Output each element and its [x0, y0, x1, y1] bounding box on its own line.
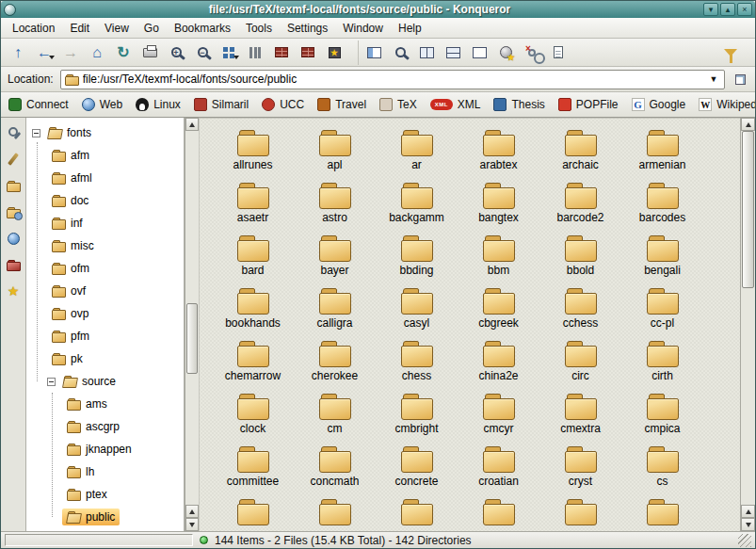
bookmark-thesis[interactable]: Thesis: [493, 98, 544, 111]
menu-edit[interactable]: Edit: [62, 20, 97, 37]
folder-item[interactable]: cmcyr: [458, 393, 539, 445]
reload-button[interactable]: ↻: [111, 40, 136, 65]
sidebar-tab-services[interactable]: [5, 204, 23, 219]
folder-item[interactable]: bbold: [539, 234, 621, 287]
resize-grip[interactable]: [738, 534, 751, 547]
menu-help[interactable]: Help: [391, 20, 429, 37]
folder-item[interactable]: bengali: [621, 234, 703, 287]
folder-item[interactable]: chemarrow: [212, 340, 294, 393]
folder-item[interactable]: barcode2: [539, 182, 621, 234]
folder-item[interactable]: bayer: [294, 234, 376, 287]
tree-item-doc[interactable]: doc: [26, 189, 184, 212]
broken-link-button[interactable]: [520, 40, 544, 65]
zoom-out-button[interactable]: −: [190, 40, 215, 65]
bookmark-connect[interactable]: Connect: [8, 98, 69, 111]
folder-item[interactable]: bookhands: [212, 287, 294, 340]
folder-item[interactable]: cryst: [539, 445, 621, 498]
star-view-button[interactable]: [322, 40, 346, 65]
document-button[interactable]: [546, 40, 571, 65]
tree-scroll-up-button-2[interactable]: [185, 505, 199, 518]
folder-item[interactable]: clock: [212, 393, 294, 445]
main-scrollbar-thumb[interactable]: [742, 131, 754, 288]
minimize-button[interactable]: ▾: [703, 3, 718, 16]
folder-item[interactable]: bbding: [376, 234, 458, 287]
tree-item-afml[interactable]: afml: [26, 167, 184, 189]
folder-item[interactable]: [539, 498, 621, 531]
folder-item[interactable]: concrete: [376, 445, 458, 498]
konqueror-icon[interactable]: [4, 4, 16, 16]
tree-scroll-down-button[interactable]: [185, 518, 199, 531]
home-button[interactable]: ⌂: [85, 40, 109, 65]
main-scroll-down-button[interactable]: [741, 518, 755, 531]
location-dropdown-button[interactable]: ▼: [707, 74, 720, 84]
folder-item[interactable]: barcodes: [621, 182, 703, 234]
folder-item[interactable]: cbgreek: [458, 287, 539, 340]
maximize-button[interactable]: ▴: [720, 3, 735, 16]
tree-item-pfm[interactable]: pfm: [26, 325, 184, 347]
sidebar-tab-tools[interactable]: [5, 125, 23, 140]
folder-item[interactable]: circ: [539, 340, 621, 393]
folder-item[interactable]: astro: [294, 182, 376, 234]
folder-item[interactable]: bard: [212, 234, 294, 287]
tree-item-ofm[interactable]: ofm: [26, 257, 184, 280]
location-input[interactable]: file:/usr/TeX/texmf-local/fonts/source/p…: [60, 70, 725, 89]
tree-item-public[interactable]: public: [26, 506, 184, 528]
folder-item[interactable]: bangtex: [458, 182, 539, 234]
toolbar-extension-button[interactable]: [732, 71, 748, 88]
bookmark-travel[interactable]: Travel: [317, 98, 366, 111]
menu-tools[interactable]: Tools: [238, 20, 280, 37]
sidebar-toggle-button[interactable]: [358, 40, 386, 65]
tree-scrollbar-thumb[interactable]: [186, 303, 198, 374]
find-file-button[interactable]: [388, 40, 412, 65]
folder-item[interactable]: china2e: [458, 340, 539, 393]
bookmark-google[interactable]: GGoogle: [632, 98, 686, 111]
sidebar-tab-notes[interactable]: [5, 152, 23, 167]
sidebar-tab-bookmarks[interactable]: [5, 283, 23, 299]
tree-item-ovp[interactable]: ovp: [26, 302, 184, 325]
folder-item[interactable]: [212, 498, 294, 531]
folder-item[interactable]: archaic: [539, 129, 621, 182]
folder-item[interactable]: committee: [212, 445, 294, 498]
bookmark-wikipedia[interactable]: WWikipedia: [699, 98, 756, 111]
folder-item[interactable]: chess: [376, 340, 458, 393]
menu-location[interactable]: Location: [5, 20, 62, 37]
menu-go[interactable]: Go: [137, 20, 167, 37]
folder-item[interactable]: casyl: [376, 287, 458, 340]
tree-item-pk[interactable]: pk: [26, 347, 184, 370]
menu-view[interactable]: View: [97, 20, 137, 37]
split-left-right-button[interactable]: [414, 40, 439, 65]
sidebar-tab-home[interactable]: [5, 178, 23, 193]
folder-item[interactable]: armenian: [621, 129, 703, 182]
main-scroll-up-button[interactable]: [741, 118, 755, 131]
tree-item-inf[interactable]: inf: [26, 212, 184, 234]
expander-icon[interactable]: [32, 129, 40, 137]
folder-item[interactable]: cc-pl: [621, 287, 703, 340]
close-button[interactable]: ×: [737, 3, 752, 16]
tree-item-fonts[interactable]: fonts: [26, 121, 184, 144]
zoom-in-button[interactable]: +: [164, 40, 188, 65]
split-top-bottom-button[interactable]: [441, 40, 465, 65]
menu-bookmarks[interactable]: Bookmarks: [167, 20, 238, 37]
folder-item[interactable]: apl: [294, 129, 376, 182]
tree-scroll-up-button[interactable]: [185, 118, 199, 131]
bookmark-linux[interactable]: Linux: [136, 98, 181, 111]
folder-item[interactable]: concmath: [294, 445, 376, 498]
up-button[interactable]: ↑: [6, 40, 30, 65]
folder-item[interactable]: calligra: [294, 287, 376, 340]
tree-item-afm[interactable]: afm: [26, 144, 184, 167]
brick-view-button-2[interactable]: [296, 40, 320, 65]
folder-item[interactable]: cmextra: [539, 393, 621, 445]
back-button[interactable]: ←: [32, 40, 56, 65]
close-view-button[interactable]: [467, 40, 491, 65]
folder-item[interactable]: cm: [294, 393, 376, 445]
tree-item-ovf[interactable]: ovf: [26, 280, 184, 302]
folder-item[interactable]: [458, 498, 539, 531]
sidebar-tab-network[interactable]: [5, 231, 23, 246]
bookmark-silmaril[interactable]: Silmaril: [194, 98, 249, 111]
bookmark-popfile[interactable]: POPFile: [558, 98, 619, 111]
forward-button[interactable]: →: [58, 40, 83, 65]
tree-scrollbar-track[interactable]: [185, 131, 199, 505]
main-scrollbar-track[interactable]: [741, 131, 755, 505]
multicolumn-view-button[interactable]: [243, 40, 267, 65]
folder-item[interactable]: cmpica: [621, 393, 703, 445]
